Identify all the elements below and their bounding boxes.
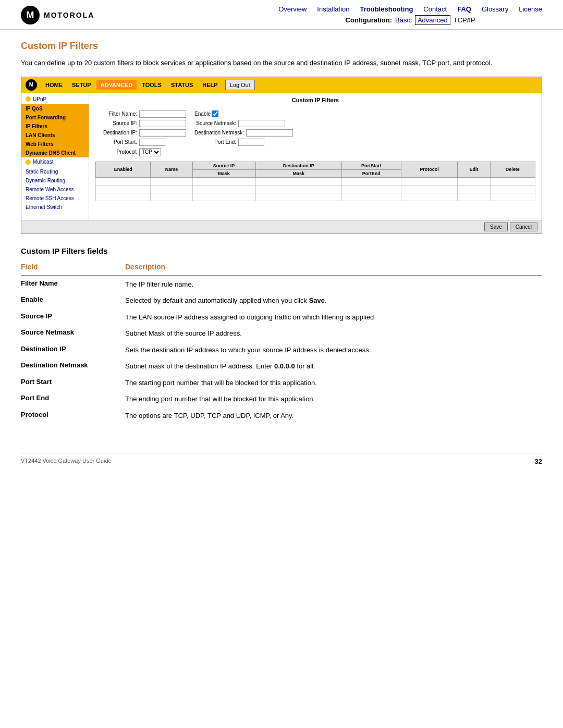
nav-installation[interactable]: Installation [317, 5, 349, 13]
filter-name-input[interactable] [139, 110, 186, 118]
zero-ip-bold: 0.0.0.0 [274, 362, 295, 370]
page-header: M MOTOROLA Overview Installation Trouble… [0, 0, 563, 30]
field-desc-portend: The ending port number that will be bloc… [125, 391, 542, 408]
field-desc-destnetmask: Subnet mask of the destination IP addres… [125, 358, 542, 375]
protocol-row: Protocol: TCP [95, 148, 535, 156]
field-desc-destip: Sets the destination IP address to which… [125, 342, 542, 359]
filter-name-label: Filter Name: [95, 111, 137, 117]
device-nav-status[interactable]: STATUS [167, 80, 197, 90]
field-name-protocol: Protocol [21, 408, 125, 424]
sidebar-item-dynamicrouting[interactable]: Dynamic Routing [21, 176, 89, 185]
field-desc-sourcenetmask: Subnet Mask of the source IP address. [125, 325, 542, 342]
fields-section-title: Custom IP Filters fields [21, 246, 542, 255]
device-nav-help[interactable]: HELP [198, 80, 222, 90]
source-netmask-label: Source Netmask: [194, 120, 236, 126]
field-row-enable: Enable Selected by default and automatic… [21, 292, 542, 309]
footer-page-num: 32 [535, 458, 542, 465]
save-button[interactable]: Save [484, 223, 508, 231]
sidebar-item-portforwarding[interactable]: Port Forwarding [21, 113, 89, 122]
field-desc-protocol: The options are TCP, UDP, TCP and UDP, I… [125, 408, 542, 424]
field-row-protocol: Protocol The options are TCP, UDP, TCP a… [21, 408, 542, 424]
sidebar-item-ethernetswitch[interactable]: Ethernet Switch [21, 203, 89, 212]
filters-table: Enabled Name Source IP Destination IP Po… [95, 162, 535, 201]
sidebar-item-dynamicdns[interactable]: Dynamic DNS Client [21, 149, 89, 157]
fields-table: Field Description Filter Name The IP fil… [21, 261, 542, 424]
field-desc-portstart: The starting port number that will be bl… [125, 375, 542, 391]
sidebar-item-staticrouting[interactable]: Static Routing [21, 167, 89, 176]
device-form: Filter Name: Enable Source IP: [95, 108, 535, 162]
nav-glossary[interactable]: Glossary [482, 5, 508, 13]
field-name-sourcenetmask: Source Netmask [21, 325, 125, 342]
port-start-input[interactable] [139, 139, 165, 146]
source-ip-input[interactable] [139, 120, 186, 127]
device-nav-setup[interactable]: SETUP [68, 80, 95, 90]
sidebar-item-remotesshaccess[interactable]: Remote SSH Access [21, 194, 89, 203]
protocol-select[interactable]: TCP [139, 148, 161, 156]
table-subheader-portend: PortEnd [341, 169, 401, 177]
source-netmask-input[interactable] [238, 120, 285, 127]
table-row [96, 193, 535, 201]
intro-text: You can define up to 20 custom filters t… [21, 58, 542, 68]
field-name-portstart: Port Start [21, 375, 125, 391]
field-desc-enable: Selected by default and automatically ap… [125, 292, 542, 309]
device-sidebar: UPnP IP QoS Port Forwarding IP Filters L… [21, 93, 89, 220]
sidebar-item-upnp[interactable]: UPnP [21, 95, 89, 105]
logo-area: M MOTOROLA [21, 6, 94, 24]
device-main-panel: Custom IP Filters Filter Name: Enable [89, 93, 542, 220]
config-nav: Configuration: Basic Advanced TCP/IP [346, 15, 475, 25]
device-body: UPnP IP QoS Port Forwarding IP Filters L… [21, 93, 542, 220]
dest-ip-label: Destination IP: [95, 130, 137, 135]
dest-netmask-label: Destination Netmask: [194, 130, 244, 135]
enable-checkbox[interactable] [212, 110, 218, 117]
sidebar-item-remotewebaccess[interactable]: Remote Web Access [21, 185, 89, 194]
field-desc-filtername: The IP filter rule name. [125, 276, 542, 293]
nav-contact[interactable]: Contact [423, 5, 447, 13]
table-row [96, 185, 535, 193]
device-nav-logout[interactable]: Log Out [225, 80, 255, 90]
field-row-sourcenetmask: Source Netmask Subnet Mask of the source… [21, 325, 542, 342]
main-content: Custom IP Filters You can define up to 2… [0, 30, 563, 442]
field-name-enable: Enable [21, 292, 125, 309]
footer-doc-title: VT2442 Voice Gateway User Guide [21, 458, 112, 465]
device-nav-tools[interactable]: TOOLS [138, 80, 166, 90]
field-row-destip: Destination IP Sets the destination IP a… [21, 342, 542, 359]
table-header-edit: Edit [458, 162, 490, 177]
fields-col-header: Field [21, 261, 125, 276]
table-row [96, 177, 535, 185]
page-title: Custom IP Filters [21, 41, 542, 52]
config-label: Configuration: [346, 16, 393, 24]
config-tcpip[interactable]: TCP/IP [454, 16, 475, 24]
nav-troubleshooting[interactable]: Troubleshooting [360, 5, 413, 13]
device-panel-title: Custom IP Filters [95, 97, 535, 103]
port-end-row: Port End: [194, 139, 264, 146]
device-nav-home[interactable]: HOME [41, 80, 67, 90]
port-start-label: Port Start: [95, 139, 137, 145]
field-row-sourceip: Source IP The LAN source IP address assi… [21, 309, 542, 326]
table-subheader-destmask: Mask [255, 169, 341, 177]
sidebar-item-lanclients[interactable]: LAN Clients [21, 131, 89, 140]
source-ip-label: Source IP: [95, 120, 137, 126]
config-advanced[interactable]: Advanced [415, 15, 450, 25]
protocol-label: Protocol: [95, 149, 137, 155]
device-nav-advanced[interactable]: ADVANCED [96, 80, 137, 90]
port-end-input[interactable] [238, 139, 264, 146]
sidebar-item-ipfilters[interactable]: IP Filters [21, 122, 89, 131]
table-subheader-sourcemask: Mask [192, 169, 255, 177]
filter-name-row: Filter Name: [95, 110, 186, 118]
sidebar-item-ipqos[interactable]: IP QoS [21, 104, 89, 113]
config-basic[interactable]: Basic [395, 16, 412, 24]
nav-license[interactable]: License [519, 5, 542, 13]
field-name-sourceip: Source IP [21, 309, 125, 326]
nav-faq[interactable]: FAQ [457, 5, 471, 13]
sidebar-item-multicast[interactable]: Multicast [21, 157, 89, 167]
cancel-button[interactable]: Cancel [510, 223, 537, 231]
nav-overview[interactable]: Overview [278, 5, 307, 13]
field-row-filtername: Filter Name The IP filter rule name. [21, 276, 542, 293]
dest-netmask-row: Destination Netmask: [194, 129, 293, 137]
field-name-destip: Destination IP [21, 342, 125, 359]
dest-netmask-input[interactable] [246, 129, 293, 137]
sidebar-item-webfilters[interactable]: Web Filters [21, 140, 89, 149]
upnp-icon [26, 96, 31, 102]
dest-ip-input[interactable] [139, 129, 186, 137]
top-nav: Overview Installation Troubleshooting Co… [278, 5, 542, 13]
